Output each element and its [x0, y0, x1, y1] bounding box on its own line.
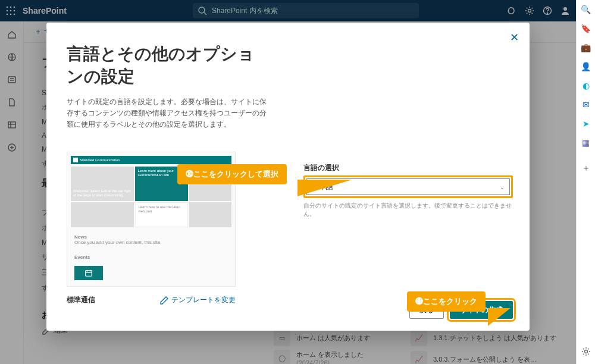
add-extension-icon[interactable]: ＋ — [582, 163, 590, 174]
annotation-1-pointer — [298, 180, 352, 196]
annotation-2: ⓫ここをクリック — [407, 291, 486, 312]
browser-side-panel: 🔍 🔖 💼 👤 ◐ ✉ ➤ ▦ ＋ — [576, 0, 595, 364]
outlook-icon[interactable]: ✉ — [583, 100, 590, 109]
calendar-icon — [74, 266, 103, 280]
annotation-1: ⓾ここをクリックして選択 — [177, 164, 287, 184]
modal-description: サイトの既定の言語を設定します。必要な場合は、サイトに保存するコンテンツの種類や… — [67, 96, 270, 131]
search-icon[interactable]: 🔍 — [581, 5, 591, 14]
annotation-2-pointer — [488, 308, 511, 326]
svg-rect-25 — [86, 271, 92, 277]
template-name: 標準通信 — [67, 295, 95, 305]
change-template-link[interactable]: テンプレートを変更 — [159, 295, 236, 305]
modal-title: 言語とその他のオプションの設定 — [67, 43, 270, 88]
create-site-panel: ✕ 言語とその他のオプションの設定 サイトの既定の言語を設定します。必要な場合は… — [46, 23, 530, 331]
browser-settings-icon[interactable] — [581, 347, 591, 358]
language-hint: 自分のサイトの既定のサイト言語を選択します。後で変更することはできません。 — [303, 202, 513, 218]
circle-icon[interactable]: ◐ — [583, 81, 590, 90]
language-label: 言語の選択 — [303, 163, 513, 173]
chevron-down-icon: ⌄ — [500, 184, 505, 190]
person-icon[interactable]: 👤 — [581, 62, 591, 71]
send-icon[interactable]: ➤ — [583, 119, 590, 128]
briefcase-icon[interactable]: 💼 — [581, 43, 591, 52]
pencil-icon — [159, 296, 169, 305]
modal-overlay: ✕ 言語とその他のオプションの設定 サイトの既定の言語を設定します。必要な場合は… — [0, 0, 576, 364]
tag-icon[interactable]: 🔖 — [581, 24, 591, 33]
teams-icon[interactable]: ▦ — [582, 138, 590, 148]
svg-point-29 — [584, 350, 587, 353]
